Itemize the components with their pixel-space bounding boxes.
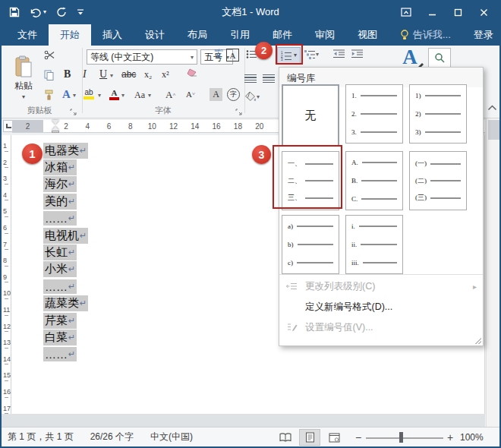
clipboard-dialog-launcher[interactable] bbox=[70, 109, 77, 115]
character-border-button[interactable]: A bbox=[226, 49, 239, 62]
option-line bbox=[425, 95, 462, 96]
numbering-option-upper-alpha[interactable]: A.B.C. bbox=[345, 151, 403, 210]
web-layout-button[interactable] bbox=[323, 429, 345, 446]
shrink-font-button[interactable]: A˅ bbox=[186, 90, 195, 99]
grow-font-button[interactable]: A˄ bbox=[165, 89, 175, 101]
tab-insert[interactable]: 插入 bbox=[91, 24, 134, 46]
chevron-down-icon[interactable]: ▾ bbox=[187, 54, 194, 61]
highlight-caret[interactable]: ▾ bbox=[98, 93, 101, 99]
numbering-option-lower-roman[interactable]: i.ii.iii. bbox=[345, 215, 403, 274]
underline-dropdown-caret[interactable]: ▾ bbox=[110, 73, 113, 79]
ruler-tick bbox=[5, 233, 8, 234]
selected-text[interactable]: ……↵ bbox=[43, 211, 77, 226]
text-effects-button[interactable]: A bbox=[62, 88, 71, 101]
option-row: 2. bbox=[351, 110, 397, 118]
undo-button[interactable]: ▾ bbox=[30, 8, 46, 17]
numbering-option-lower-alpha-paren[interactable]: a)b)c) bbox=[282, 215, 339, 274]
format-painter-button[interactable] bbox=[44, 90, 54, 100]
selected-text[interactable]: 小米↵ bbox=[43, 261, 77, 277]
subscript-button[interactable]: x₂ bbox=[144, 69, 152, 80]
underline-button[interactable]: U bbox=[99, 68, 107, 80]
enclose-characters-button[interactable]: 字 bbox=[227, 88, 240, 101]
menu-item-2[interactable]: 定义新编号格式(D)... bbox=[279, 298, 483, 316]
selected-text[interactable]: 电视机↵ bbox=[43, 228, 88, 244]
scissors-icon bbox=[44, 50, 55, 60]
selected-text[interactable]: 冰箱↵ bbox=[43, 159, 77, 175]
tab-tellme[interactable]: 告诉我... bbox=[389, 24, 462, 46]
tab-file[interactable]: 文件 bbox=[6, 24, 49, 46]
redo-button[interactable] bbox=[56, 7, 67, 17]
scrollbar-thumb[interactable] bbox=[488, 120, 499, 140]
first-line-indent-marker[interactable] bbox=[52, 120, 59, 125]
read-mode-button[interactable] bbox=[275, 429, 296, 446]
numbering-option-chinese-paren[interactable]: (一)(二)(三) bbox=[409, 151, 467, 210]
clear-formatting-button[interactable] bbox=[186, 68, 197, 77]
font-color-button[interactable]: A bbox=[109, 88, 119, 100]
numbering-option-decimal-dot[interactable]: 1.2.3. bbox=[345, 84, 403, 144]
zoom-out-button[interactable]: − bbox=[355, 427, 361, 447]
vertical-ruler[interactable]: 1234567891011121314151617 bbox=[2, 135, 11, 414]
decrease-indent-button[interactable] bbox=[333, 49, 345, 58]
selected-text[interactable]: 美的↵ bbox=[43, 194, 77, 210]
superscript-button[interactable]: x² bbox=[162, 69, 169, 80]
search-button[interactable] bbox=[428, 48, 451, 68]
font-dialog-launcher[interactable] bbox=[235, 109, 242, 115]
numbering-option-none[interactable]: 无 bbox=[282, 84, 339, 147]
zoom-level[interactable]: 100% bbox=[460, 427, 484, 447]
vertical-scrollbar[interactable] bbox=[486, 118, 501, 427]
save-button[interactable] bbox=[9, 7, 20, 17]
undo-dropdown-caret[interactable]: ▾ bbox=[43, 9, 46, 15]
numbering-option-decimal-paren[interactable]: 1)2)3) bbox=[409, 84, 467, 144]
selected-text[interactable]: 长虹↵ bbox=[43, 245, 77, 260]
tab-signin[interactable]: 登录 bbox=[462, 24, 501, 46]
left-indent-marker[interactable] bbox=[52, 131, 59, 133]
font-color-caret[interactable]: ▾ bbox=[121, 93, 124, 99]
italic-button[interactable]: I bbox=[83, 68, 87, 80]
text-effects-caret[interactable]: ▾ bbox=[73, 93, 76, 99]
customize-qat-button[interactable] bbox=[77, 8, 84, 16]
copy-button[interactable] bbox=[44, 70, 54, 80]
multilevel-list-button[interactable]: ▾ bbox=[304, 49, 319, 59]
minimize-button[interactable] bbox=[419, 0, 445, 24]
tab-layout[interactable]: 布局 bbox=[176, 24, 219, 46]
change-case-button[interactable]: Aa bbox=[134, 90, 145, 101]
selected-text[interactable]: 蔬菜类↵ bbox=[43, 295, 88, 311]
page-indicator[interactable]: 第 1 页，共 1 页 bbox=[8, 431, 74, 443]
language-indicator[interactable]: 中文(中国) bbox=[150, 431, 193, 443]
collapse-ribbon-button[interactable] bbox=[487, 105, 497, 111]
selected-text[interactable]: 电器类↵ bbox=[43, 143, 88, 159]
change-case-caret[interactable]: ▾ bbox=[148, 93, 151, 99]
selected-text[interactable]: ……↵ bbox=[43, 279, 77, 294]
resize-grip[interactable] bbox=[475, 338, 481, 344]
selected-text[interactable]: 芹菜↵ bbox=[43, 313, 77, 329]
increase-indent-button[interactable] bbox=[351, 49, 364, 58]
tab-references[interactable]: 引用 bbox=[219, 24, 261, 46]
strikethrough-button[interactable]: abc bbox=[121, 69, 136, 80]
align-left-button[interactable] bbox=[244, 74, 257, 83]
tab-design[interactable]: 设计 bbox=[134, 24, 176, 46]
bold-button[interactable]: B bbox=[64, 68, 71, 80]
maximize-button[interactable] bbox=[445, 0, 471, 24]
cut-button[interactable] bbox=[44, 50, 55, 60]
selected-text[interactable]: ……↵ bbox=[43, 347, 77, 361]
zoom-slider-track[interactable] bbox=[366, 437, 443, 439]
font-name-combobox[interactable]: 等线 (中文正文)▾ bbox=[87, 49, 197, 65]
tab-home[interactable]: 开始 bbox=[49, 24, 91, 46]
highlight-color-button[interactable]: ab bbox=[84, 88, 94, 99]
zoom-in-button[interactable]: + bbox=[447, 427, 453, 447]
zoom-slider-thumb[interactable] bbox=[399, 432, 403, 443]
character-shading-button[interactable]: A bbox=[210, 88, 222, 101]
selected-text[interactable]: 白菜↵ bbox=[43, 330, 77, 345]
print-layout-button[interactable] bbox=[299, 429, 320, 446]
ribbon-display-options-button[interactable] bbox=[393, 0, 419, 24]
paste-dropdown-caret[interactable]: ▾ bbox=[22, 94, 25, 100]
paste-button[interactable]: 粘贴 ▾ bbox=[7, 49, 40, 106]
phonetic-guide-button[interactable]: wén文 bbox=[212, 48, 225, 59]
close-button[interactable] bbox=[471, 0, 496, 24]
tab-review[interactable]: 审阅 bbox=[304, 24, 346, 46]
shading-button[interactable]: ▾ bbox=[244, 91, 260, 103]
align-center-button[interactable] bbox=[263, 74, 275, 83]
tab-view[interactable]: 视图 bbox=[346, 24, 389, 46]
selected-text[interactable]: 海尔↵ bbox=[43, 176, 77, 192]
word-count[interactable]: 26/26 个字 bbox=[90, 431, 134, 443]
